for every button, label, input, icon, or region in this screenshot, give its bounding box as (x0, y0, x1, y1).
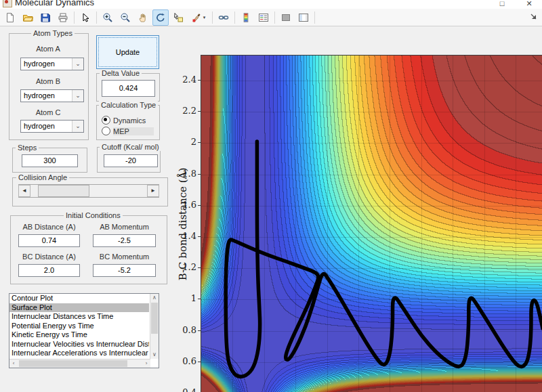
hide-plot-tools-button[interactable] (278, 9, 294, 26)
new-figure-icon (5, 12, 16, 23)
toolbar-separator (212, 12, 213, 24)
insert-colorbar-button[interactable] (238, 9, 254, 26)
y-tick-mark (198, 299, 201, 299)
y-tick-label: 0.6 (173, 356, 196, 366)
plot-area: 0.40.60.811.21.41.61.822.22.40.40.60.811… (0, 26, 542, 392)
dropdown-arrow-icon: ▾ (203, 15, 206, 20)
close-button[interactable]: ✕ (519, 0, 539, 8)
molecular-dynamics-window: Molecular Dynamics □ ✕ ▾ Atom Types Atom… (0, 0, 542, 392)
save-figure-icon (40, 12, 51, 23)
brush-data-button[interactable]: ▾ (188, 9, 209, 26)
y-tick-label: 0.8 (173, 325, 196, 335)
y-tick-mark (198, 362, 201, 362)
toolbar-separator (274, 12, 275, 24)
show-plot-tools-icon (298, 12, 309, 23)
potential-energy-surface-plot[interactable] (201, 55, 542, 392)
figure-toolbar: ▾ (0, 9, 542, 26)
y-axis-label: B-C bond distance (Å) (177, 136, 189, 312)
insert-colorbar-icon (241, 12, 251, 23)
insert-legend-icon (258, 12, 269, 23)
show-plot-tools-button[interactable] (295, 9, 312, 26)
title-bar: Molecular Dynamics □ ✕ (0, 0, 542, 9)
toolbar-separator (74, 12, 75, 24)
maximize-button[interactable]: □ (492, 0, 512, 8)
toolbar-separator (96, 12, 97, 24)
link-plot-button[interactable] (215, 9, 232, 26)
print-figure-icon (58, 12, 68, 23)
y-tick-label: 2.4 (173, 74, 196, 85)
y-tick-mark (198, 205, 201, 206)
y-tick-mark (198, 330, 201, 331)
rotate-3d-button[interactable] (152, 9, 169, 26)
y-tick-label: 2.2 (173, 106, 196, 116)
open-file-button[interactable] (20, 9, 36, 26)
print-figure-button[interactable] (55, 9, 71, 26)
y-tick-mark (198, 174, 201, 175)
y-tick-mark (198, 111, 201, 112)
zoom-out-button[interactable] (117, 9, 133, 26)
new-figure-button[interactable] (2, 9, 18, 26)
pan-button[interactable] (135, 9, 151, 26)
zoom-in-icon (102, 12, 113, 23)
edit-plot-icon (80, 12, 91, 23)
y-tick-mark (198, 142, 201, 143)
y-tick-label: 0.4 (173, 387, 196, 392)
data-cursor-icon (173, 12, 184, 23)
insert-legend-button[interactable] (255, 9, 272, 26)
toolbar-separator (314, 12, 315, 24)
brush-data-icon (192, 12, 203, 23)
window-title: Molecular Dynamics (15, 0, 94, 7)
rotate-3d-icon (155, 12, 166, 23)
pan-icon (138, 12, 148, 23)
edit-plot-button[interactable] (77, 9, 93, 26)
y-tick-mark (198, 267, 201, 268)
app-icon (3, 0, 12, 7)
data-cursor-button[interactable] (170, 9, 186, 26)
y-tick-mark (198, 80, 201, 81)
zoom-in-button[interactable] (100, 9, 116, 26)
save-figure-button[interactable] (37, 9, 54, 26)
dock-figure-icon[interactable] (528, 11, 539, 22)
toolbar-separator (234, 12, 235, 24)
zoom-out-icon (120, 12, 131, 23)
open-file-icon (22, 12, 33, 23)
y-tick-mark (198, 236, 201, 237)
hide-plot-tools-icon (280, 12, 291, 23)
link-plot-icon (218, 12, 229, 23)
